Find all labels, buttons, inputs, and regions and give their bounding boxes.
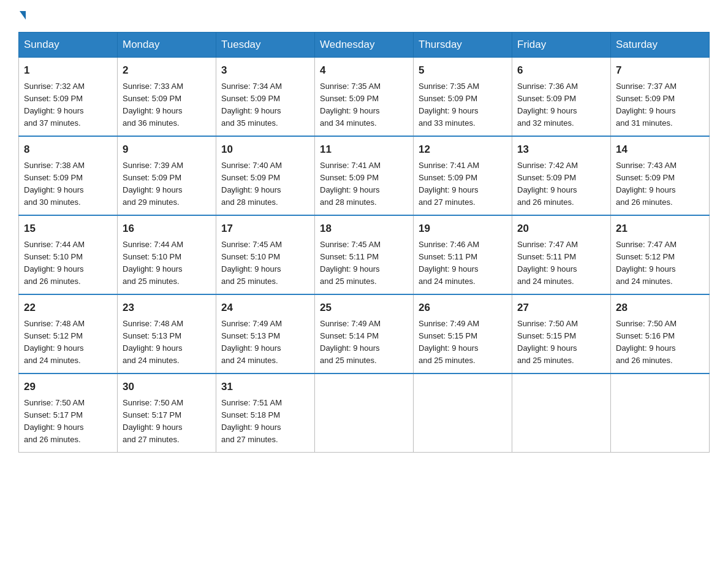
day-number: 9 [123,142,211,158]
sunrise-label: Sunrise: 7:47 AM [616,240,677,249]
sunset-label: Sunset: 5:09 PM [517,94,576,103]
sunrise-label: Sunrise: 7:50 AM [24,398,85,407]
day-cell [512,373,611,453]
sunrise-label: Sunrise: 7:40 AM [221,161,282,170]
day-info: Sunrise: 7:49 AM Sunset: 5:15 PM Dayligh… [419,318,507,367]
sunrise-label: Sunrise: 7:34 AM [221,82,282,91]
day-info: Sunrise: 7:46 AM Sunset: 5:11 PM Dayligh… [419,239,507,288]
day-cell: 11 Sunrise: 7:41 AM Sunset: 5:09 PM Dayl… [315,136,414,215]
sunrise-label: Sunrise: 7:38 AM [24,161,85,170]
sunrise-label: Sunrise: 7:50 AM [616,319,677,328]
sunset-label: Sunset: 5:18 PM [221,410,280,419]
daylight-label: Daylight: 9 hours [517,343,577,353]
day-cell: 24 Sunrise: 7:49 AM Sunset: 5:13 PM Dayl… [216,294,315,373]
daylight-label: Daylight: 9 hours [221,106,281,115]
day-info: Sunrise: 7:38 AM Sunset: 5:09 PM Dayligh… [24,159,112,209]
day-number: 13 [517,142,605,158]
sunrise-label: Sunrise: 7:42 AM [517,161,578,170]
sunset-label: Sunset: 5:09 PM [24,173,83,182]
day-cell: 29 Sunrise: 7:50 AM Sunset: 5:17 PM Dayl… [19,373,118,453]
day-number: 25 [320,300,408,316]
day-number: 1 [24,63,112,79]
day-cell: 18 Sunrise: 7:45 AM Sunset: 5:11 PM Dayl… [315,215,414,294]
day-info: Sunrise: 7:48 AM Sunset: 5:13 PM Dayligh… [123,318,211,367]
day-number: 18 [320,221,408,237]
day-number: 23 [123,300,211,316]
sunset-label: Sunset: 5:09 PM [616,173,675,182]
daylight-minutes: and 24 minutes. [419,277,476,286]
daylight-minutes: and 26 minutes. [517,197,574,207]
sunset-label: Sunset: 5:09 PM [123,94,181,103]
sunrise-label: Sunrise: 7:35 AM [320,82,381,91]
day-cell: 22 Sunrise: 7:48 AM Sunset: 5:12 PM Dayl… [19,294,118,373]
daylight-label: Daylight: 9 hours [616,106,676,115]
sunrise-label: Sunrise: 7:49 AM [320,319,381,328]
day-number: 17 [221,221,309,237]
day-info: Sunrise: 7:41 AM Sunset: 5:09 PM Dayligh… [419,159,507,209]
day-info: Sunrise: 7:47 AM Sunset: 5:12 PM Dayligh… [616,239,704,288]
daylight-minutes: and 29 minutes. [123,197,180,207]
day-number: 5 [419,63,507,79]
daylight-minutes: and 24 minutes. [123,356,180,365]
sunrise-label: Sunrise: 7:35 AM [419,82,479,91]
logo-triangle-icon [20,11,26,20]
daylight-label: Daylight: 9 hours [419,264,479,274]
sunrise-label: Sunrise: 7:50 AM [517,319,578,328]
day-number: 11 [320,142,408,158]
header-cell-monday: Monday [118,33,216,58]
day-info: Sunrise: 7:43 AM Sunset: 5:09 PM Dayligh… [616,159,704,209]
sunrise-label: Sunrise: 7:41 AM [320,161,381,170]
daylight-label: Daylight: 9 hours [320,264,380,274]
day-number: 21 [616,221,704,237]
sunset-label: Sunset: 5:17 PM [123,410,181,419]
day-cell: 5 Sunrise: 7:35 AM Sunset: 5:09 PM Dayli… [414,58,512,137]
sunset-label: Sunset: 5:09 PM [419,94,477,103]
day-info: Sunrise: 7:50 AM Sunset: 5:16 PM Dayligh… [616,318,704,367]
day-cell: 21 Sunrise: 7:47 AM Sunset: 5:12 PM Dayl… [611,215,710,294]
day-cell: 14 Sunrise: 7:43 AM Sunset: 5:09 PM Dayl… [611,136,710,215]
daylight-minutes: and 37 minutes. [24,118,81,128]
day-info: Sunrise: 7:51 AM Sunset: 5:18 PM Dayligh… [221,397,309,446]
sunset-label: Sunset: 5:13 PM [123,331,181,340]
sunrise-label: Sunrise: 7:50 AM [123,398,183,407]
sunset-label: Sunset: 5:09 PM [221,94,280,103]
day-cell: 12 Sunrise: 7:41 AM Sunset: 5:09 PM Dayl… [414,136,512,215]
daylight-minutes: and 25 minutes. [123,277,180,286]
day-cell: 3 Sunrise: 7:34 AM Sunset: 5:09 PM Dayli… [216,58,315,137]
sunset-label: Sunset: 5:16 PM [616,331,675,340]
day-info: Sunrise: 7:32 AM Sunset: 5:09 PM Dayligh… [24,80,112,130]
day-cell: 16 Sunrise: 7:44 AM Sunset: 5:10 PM Dayl… [118,215,216,294]
day-info: Sunrise: 7:50 AM Sunset: 5:17 PM Dayligh… [24,397,112,446]
daylight-minutes: and 26 minutes. [616,356,673,365]
day-info: Sunrise: 7:37 AM Sunset: 5:09 PM Dayligh… [616,80,704,130]
daylight-label: Daylight: 9 hours [123,185,183,194]
sunrise-label: Sunrise: 7:37 AM [616,82,677,91]
sunrise-label: Sunrise: 7:49 AM [419,319,479,328]
day-cell: 6 Sunrise: 7:36 AM Sunset: 5:09 PM Dayli… [512,58,611,137]
day-info: Sunrise: 7:50 AM Sunset: 5:15 PM Dayligh… [517,318,605,367]
day-cell: 7 Sunrise: 7:37 AM Sunset: 5:09 PM Dayli… [611,58,710,137]
day-cell: 19 Sunrise: 7:46 AM Sunset: 5:11 PM Dayl… [414,215,512,294]
sunrise-label: Sunrise: 7:41 AM [419,161,479,170]
daylight-minutes: and 28 minutes. [221,197,278,207]
header-row: SundayMondayTuesdayWednesdayThursdayFrid… [19,33,710,58]
day-number: 2 [123,63,211,79]
daylight-minutes: and 27 minutes. [221,435,278,444]
day-info: Sunrise: 7:40 AM Sunset: 5:09 PM Dayligh… [221,159,309,209]
daylight-minutes: and 28 minutes. [320,197,377,207]
day-number: 30 [123,379,211,395]
day-number: 31 [221,379,309,395]
day-cell: 13 Sunrise: 7:42 AM Sunset: 5:09 PM Dayl… [512,136,611,215]
daylight-minutes: and 24 minutes. [616,277,673,286]
daylight-label: Daylight: 9 hours [123,264,183,274]
logo [18,12,26,21]
sunrise-label: Sunrise: 7:32 AM [24,82,85,91]
week-row: 22 Sunrise: 7:48 AM Sunset: 5:12 PM Dayl… [19,294,710,373]
sunset-label: Sunset: 5:09 PM [24,94,83,103]
day-info: Sunrise: 7:44 AM Sunset: 5:10 PM Dayligh… [24,239,112,288]
sunset-label: Sunset: 5:09 PM [320,173,379,182]
sunset-label: Sunset: 5:09 PM [419,173,477,182]
day-number: 19 [419,221,507,237]
daylight-minutes: and 27 minutes. [419,197,476,207]
daylight-minutes: and 24 minutes. [517,277,574,286]
